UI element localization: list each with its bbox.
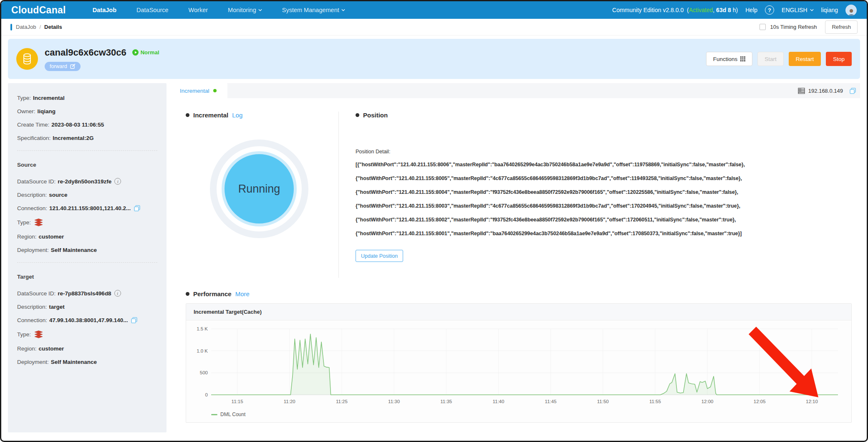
target-datasource-id: DataSource ID:re-7p8837bsls496d8i [17, 290, 157, 297]
person-icon [847, 8, 855, 16]
svg-text:11:20: 11:20 [284, 399, 295, 404]
field-specification: Specification:Incremental:2G [17, 135, 157, 141]
source-type: Type: [17, 218, 157, 226]
user-avatar[interactable] [845, 5, 857, 16]
svg-text:11:40: 11:40 [492, 399, 504, 404]
incremental-panel: Incremental Log Running [169, 98, 860, 432]
performance-chart-card: Incremental Target(Cache) 05001.0 K1.5 K… [186, 303, 852, 423]
legend-label: DML Count [220, 412, 245, 417]
question-circle-icon[interactable]: ? [765, 5, 774, 15]
legend-swatch [211, 414, 217, 415]
position-detail-json: [{"hostWithPort":"121.40.211.155:8006","… [356, 158, 860, 241]
nav-item-datajob[interactable]: DataJob [93, 7, 116, 13]
performance-section-header: Performance More [186, 290, 860, 297]
bullet-dot [186, 113, 189, 117]
copy-icon[interactable] [131, 317, 137, 323]
svg-text:12:05: 12:05 [754, 399, 766, 404]
source-description: Description:source [17, 192, 157, 198]
username[interactable]: liqiang [821, 7, 838, 13]
functions-button[interactable]: Functions [706, 52, 753, 66]
position-line: {"hostWithPort":"121.40.211.155:8002","m… [356, 213, 860, 227]
navbar-right: Community Edition v2.8.0.0 (Activated, 6… [612, 5, 857, 16]
stop-button[interactable]: Stop [826, 52, 852, 66]
chart-title: Incremental Target(Cache) [186, 304, 851, 320]
source-section-title: Source [17, 162, 157, 168]
target-region: Region:customer [17, 345, 157, 352]
forward-tag[interactable]: forward [45, 62, 81, 71]
position-section: Position Position Detail: [{"hostWithPor… [339, 112, 860, 278]
target-section-title: Target [17, 274, 157, 280]
copy-icon[interactable] [850, 88, 856, 94]
timing-refresh-checkbox[interactable] [760, 24, 766, 30]
info-icon[interactable]: i [114, 178, 121, 185]
job-name: canal9c6x6cw30c6 [45, 47, 126, 58]
source-connection: Connection:121.40.211.155:8001,121.40.2.… [17, 205, 157, 211]
chevron-down-icon [341, 9, 345, 11]
breadcrumb-details: Details [44, 24, 62, 30]
svg-text:1.5 K: 1.5 K [197, 326, 208, 331]
position-detail-label: Position Detail: [356, 149, 860, 155]
refresh-button[interactable]: Refresh [825, 20, 858, 34]
breadcrumb-separator: / [39, 24, 41, 30]
position-line: [{"hostWithPort":"121.40.211.155:8006","… [356, 158, 860, 172]
tab-incremental[interactable]: Incremental [169, 83, 227, 98]
license-days-remaining: 63d 8 [716, 7, 731, 13]
bullet-dot [356, 113, 359, 117]
dml-count-chart[interactable]: 05001.0 K1.5 K11:1511:2011:2511:3011:351… [192, 325, 842, 409]
nav-item-monitoring[interactable]: Monitoring [228, 7, 262, 13]
bullet-dot [186, 292, 189, 296]
svg-text:11:15: 11:15 [232, 399, 243, 404]
job-actions: Functions Start Restart Stop [706, 52, 852, 66]
source-datasource-id: DataSource ID:re-2dy8n50on319zfei [17, 178, 157, 185]
timing-refresh-label: 10s Timing Refresh [770, 24, 817, 30]
target-description: Description:target [17, 304, 157, 310]
edit-icon [70, 64, 76, 69]
svg-text:11:45: 11:45 [545, 399, 557, 404]
restart-button[interactable]: Restart [789, 52, 821, 66]
running-status-text: Running [238, 183, 280, 196]
chart-legend[interactable]: DML Count [192, 411, 845, 422]
info-icon[interactable]: i [114, 290, 121, 297]
position-line: {"hostWithPort":"121.40.211.155:8005","m… [356, 172, 860, 185]
help-link[interactable]: Help [745, 7, 757, 13]
svg-text:11:25: 11:25 [336, 399, 348, 404]
main-panel: Incremental 192.168.0.149 [169, 83, 860, 432]
target-connection: Connection:47.99.140.38:8001,47.99.140..… [17, 317, 157, 323]
language-selector[interactable]: ENGLISH [782, 7, 813, 13]
svg-text:500: 500 [200, 370, 208, 375]
svg-text:1.0 K: 1.0 K [197, 348, 208, 353]
redis-icon [34, 218, 43, 226]
cloudcanal-logo[interactable]: CloudCanal [11, 5, 66, 16]
log-link[interactable]: Log [232, 112, 242, 119]
incremental-status-section: Incremental Log Running [186, 112, 333, 278]
field-create-time: Create Time:2023-08-03 11:06:55 [17, 122, 157, 128]
svg-text:11:55: 11:55 [649, 399, 661, 404]
more-link[interactable]: More [235, 290, 250, 297]
nav-item-worker[interactable]: Worker [189, 7, 208, 13]
database-icon [16, 48, 38, 70]
nav-item-datasource[interactable]: DataSource [136, 7, 169, 13]
divider [17, 150, 157, 151]
status-badge: Normal [132, 49, 159, 56]
source-region: Region:customer [17, 234, 157, 240]
position-line: {"hostWithPort":"121.40.211.155:8001","m… [356, 227, 860, 241]
job-header: canal9c6x6cw30c6 Normal forward [8, 39, 860, 79]
breadcrumb-datajob[interactable]: DataJob [16, 24, 36, 30]
source-deployment: Deployment:Self Maintenance [17, 247, 157, 253]
nav-item-system-management[interactable]: System Management [282, 7, 345, 13]
brand-text: CloudCanal [11, 5, 66, 16]
app-window: CloudCanal DataJob DataSource Worker Mon… [0, 0, 868, 442]
svg-text:12:10: 12:10 [806, 399, 818, 404]
target-deployment: Deployment:Self Maintenance [17, 359, 157, 365]
green-status-dot [213, 89, 217, 92]
position-section-header: Position [356, 112, 860, 119]
copy-icon[interactable] [134, 205, 140, 211]
job-info-sidebar: Type:Incremental Owner:liqiang Create Ti… [8, 83, 167, 432]
position-line: {"hostWithPort":"121.40.211.155:8003","m… [356, 199, 860, 213]
update-position-button[interactable]: Update Position [356, 250, 403, 262]
redis-icon [34, 330, 43, 338]
chevron-down-icon [258, 9, 262, 11]
start-button[interactable]: Start [757, 52, 784, 66]
grid-icon [740, 56, 745, 61]
field-type: Type:Incremental [17, 95, 157, 101]
